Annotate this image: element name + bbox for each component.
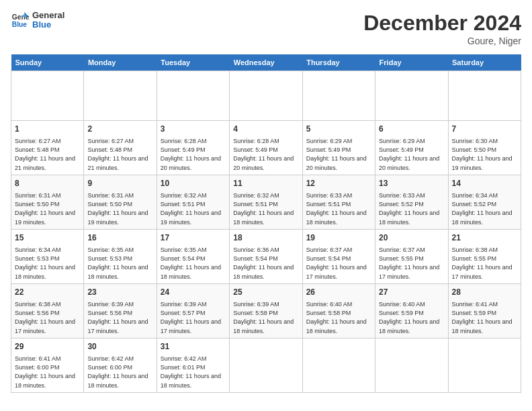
calendar-cell: 11Sunrise: 6:32 AM Sunset: 5:51 PM Dayli…	[230, 175, 302, 229]
calendar-cell: 12Sunrise: 6:33 AM Sunset: 5:51 PM Dayli…	[302, 175, 375, 229]
day-number: 27	[379, 287, 444, 298]
day-number: 24	[161, 287, 226, 298]
logo: General Blue General Blue	[11, 11, 64, 30]
day-info: Sunrise: 6:35 AM Sunset: 5:53 PM Dayligh…	[87, 246, 148, 280]
calendar-cell: 3Sunrise: 6:28 AM Sunset: 5:49 PM Daylig…	[157, 121, 229, 175]
col-header-saturday: Saturday	[448, 54, 521, 71]
day-number: 16	[87, 232, 152, 244]
day-number: 19	[306, 232, 371, 244]
day-info: Sunrise: 6:37 AM Sunset: 5:55 PM Dayligh…	[379, 246, 439, 280]
week-row-3: 15Sunrise: 6:34 AM Sunset: 5:53 PM Dayli…	[11, 229, 521, 283]
day-info: Sunrise: 6:37 AM Sunset: 5:54 PM Dayligh…	[306, 246, 367, 280]
calendar-cell: 8Sunrise: 6:31 AM Sunset: 5:50 PM Daylig…	[11, 175, 84, 229]
location: Goure, Niger	[363, 36, 521, 46]
week-row-5: 29Sunrise: 6:41 AM Sunset: 6:00 PM Dayli…	[11, 338, 521, 392]
calendar-table: SundayMondayTuesdayWednesdayThursdayFrid…	[11, 54, 521, 393]
week-row-2: 8Sunrise: 6:31 AM Sunset: 5:50 PM Daylig…	[11, 175, 521, 229]
calendar-cell: 31Sunrise: 6:42 AM Sunset: 6:01 PM Dayli…	[157, 338, 229, 392]
day-info: Sunrise: 6:30 AM Sunset: 5:50 PM Dayligh…	[452, 138, 513, 171]
month-title: December 2024	[363, 11, 521, 36]
col-header-thursday: Thursday	[302, 54, 375, 71]
day-number: 29	[15, 341, 80, 353]
day-number: 22	[15, 287, 80, 298]
day-info: Sunrise: 6:27 AM Sunset: 5:48 PM Dayligh…	[87, 138, 148, 171]
day-number: 13	[379, 178, 444, 189]
calendar-cell	[375, 338, 448, 392]
day-info: Sunrise: 6:29 AM Sunset: 5:49 PM Dayligh…	[306, 138, 367, 171]
calendar-cell	[302, 71, 375, 121]
title-area: December 2024 Goure, Niger	[363, 11, 521, 46]
day-number: 20	[379, 232, 444, 244]
day-number: 9	[87, 178, 152, 189]
day-info: Sunrise: 6:42 AM Sunset: 6:00 PM Dayligh…	[87, 355, 148, 389]
calendar-cell: 27Sunrise: 6:40 AM Sunset: 5:59 PM Dayli…	[375, 283, 448, 338]
calendar-cell: 9Sunrise: 6:31 AM Sunset: 5:50 PM Daylig…	[84, 175, 157, 229]
calendar-cell: 28Sunrise: 6:41 AM Sunset: 5:59 PM Dayli…	[448, 283, 521, 338]
day-number: 11	[233, 178, 298, 189]
day-number: 6	[379, 124, 444, 135]
day-info: Sunrise: 6:41 AM Sunset: 5:59 PM Dayligh…	[452, 301, 513, 334]
day-info: Sunrise: 6:41 AM Sunset: 6:00 PM Dayligh…	[15, 355, 75, 389]
day-info: Sunrise: 6:36 AM Sunset: 5:54 PM Dayligh…	[233, 246, 294, 280]
day-info: Sunrise: 6:38 AM Sunset: 5:56 PM Dayligh…	[15, 301, 75, 334]
svg-text:Blue: Blue	[12, 21, 28, 29]
calendar-cell: 17Sunrise: 6:35 AM Sunset: 5:54 PM Dayli…	[157, 229, 229, 283]
calendar-cell: 13Sunrise: 6:33 AM Sunset: 5:52 PM Dayli…	[375, 175, 448, 229]
calendar-cell: 29Sunrise: 6:41 AM Sunset: 6:00 PM Dayli…	[11, 338, 84, 392]
calendar-cell: 23Sunrise: 6:39 AM Sunset: 5:56 PM Dayli…	[84, 283, 157, 338]
day-info: Sunrise: 6:39 AM Sunset: 5:57 PM Dayligh…	[161, 301, 221, 334]
calendar-cell: 7Sunrise: 6:30 AM Sunset: 5:50 PM Daylig…	[448, 121, 521, 175]
day-info: Sunrise: 6:34 AM Sunset: 5:52 PM Dayligh…	[452, 192, 513, 226]
day-number: 28	[452, 287, 517, 298]
day-info: Sunrise: 6:39 AM Sunset: 5:56 PM Dayligh…	[87, 301, 148, 334]
day-number: 14	[452, 178, 517, 189]
day-number: 21	[452, 232, 517, 244]
calendar-cell: 26Sunrise: 6:40 AM Sunset: 5:58 PM Dayli…	[302, 283, 375, 338]
svg-text:General: General	[12, 13, 30, 21]
calendar-cell	[448, 338, 521, 392]
calendar-cell	[302, 338, 375, 392]
day-info: Sunrise: 6:28 AM Sunset: 5:49 PM Dayligh…	[161, 138, 221, 171]
calendar-cell: 21Sunrise: 6:38 AM Sunset: 5:55 PM Dayli…	[448, 229, 521, 283]
logo-general: General	[32, 11, 64, 20]
day-number: 25	[233, 287, 298, 298]
day-info: Sunrise: 6:31 AM Sunset: 5:50 PM Dayligh…	[87, 192, 148, 226]
day-info: Sunrise: 6:33 AM Sunset: 5:52 PM Dayligh…	[379, 192, 439, 226]
day-info: Sunrise: 6:34 AM Sunset: 5:53 PM Dayligh…	[15, 246, 75, 280]
week-row-4: 22Sunrise: 6:38 AM Sunset: 5:56 PM Dayli…	[11, 283, 521, 338]
day-number: 30	[87, 341, 152, 353]
day-number: 1	[15, 124, 80, 135]
day-info: Sunrise: 6:31 AM Sunset: 5:50 PM Dayligh…	[15, 192, 75, 226]
calendar-cell: 30Sunrise: 6:42 AM Sunset: 6:00 PM Dayli…	[84, 338, 157, 392]
calendar-cell: 18Sunrise: 6:36 AM Sunset: 5:54 PM Dayli…	[230, 229, 302, 283]
calendar-cell	[230, 338, 302, 392]
day-info: Sunrise: 6:38 AM Sunset: 5:55 PM Dayligh…	[452, 246, 513, 280]
col-header-friday: Friday	[375, 54, 448, 71]
day-number: 5	[306, 124, 371, 135]
col-header-tuesday: Tuesday	[157, 54, 229, 71]
calendar-cell: 14Sunrise: 6:34 AM Sunset: 5:52 PM Dayli…	[448, 175, 521, 229]
col-header-monday: Monday	[84, 54, 157, 71]
day-info: Sunrise: 6:35 AM Sunset: 5:54 PM Dayligh…	[161, 246, 221, 280]
calendar-cell: 5Sunrise: 6:29 AM Sunset: 5:49 PM Daylig…	[302, 121, 375, 175]
day-number: 15	[15, 232, 80, 244]
day-info: Sunrise: 6:32 AM Sunset: 5:51 PM Dayligh…	[161, 192, 221, 226]
calendar-cell: 19Sunrise: 6:37 AM Sunset: 5:54 PM Dayli…	[302, 229, 375, 283]
day-info: Sunrise: 6:40 AM Sunset: 5:59 PM Dayligh…	[379, 301, 439, 334]
calendar-cell	[84, 71, 157, 121]
week-row-1: 1Sunrise: 6:27 AM Sunset: 5:48 PM Daylig…	[11, 121, 521, 175]
day-number: 10	[161, 178, 226, 189]
day-info: Sunrise: 6:29 AM Sunset: 5:49 PM Dayligh…	[379, 138, 439, 171]
calendar-cell: 24Sunrise: 6:39 AM Sunset: 5:57 PM Dayli…	[157, 283, 229, 338]
calendar-cell: 15Sunrise: 6:34 AM Sunset: 5:53 PM Dayli…	[11, 229, 84, 283]
day-info: Sunrise: 6:42 AM Sunset: 6:01 PM Dayligh…	[161, 355, 221, 389]
day-number: 12	[306, 178, 371, 189]
calendar-cell: 22Sunrise: 6:38 AM Sunset: 5:56 PM Dayli…	[11, 283, 84, 338]
calendar-cell	[375, 71, 448, 121]
day-number: 2	[87, 124, 152, 135]
day-info: Sunrise: 6:39 AM Sunset: 5:58 PM Dayligh…	[233, 301, 294, 334]
calendar-cell	[157, 71, 229, 121]
day-number: 17	[161, 232, 226, 244]
calendar-cell: 6Sunrise: 6:29 AM Sunset: 5:49 PM Daylig…	[375, 121, 448, 175]
day-number: 31	[161, 341, 226, 353]
